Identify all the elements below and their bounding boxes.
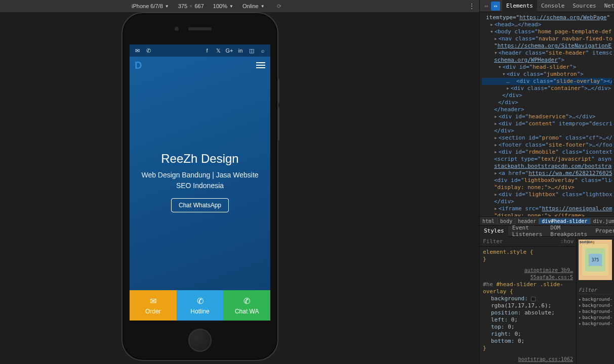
phone-screen: ✉ ✆ f 𝕏 G+ in ◫ ⌕ D ReeZh Design Web Des… [130,44,270,321]
site-logo[interactable]: D [135,60,142,71]
googleplus-icon[interactable]: G+ [227,48,232,53]
envelope-icon[interactable]: ✉ [135,48,140,53]
refresh-icon[interactable]: ⟳ [277,3,281,10]
hero-title: ReeZh Design [161,152,238,166]
site-topbar: ✉ ✆ f 𝕏 G+ in ◫ ⌕ [130,44,270,57]
network-selector[interactable]: Online▼ [242,3,265,9]
phone-icon: ✆ [197,296,203,306]
viewport-size[interactable]: 375 × 667 [178,3,204,9]
dom-tree[interactable]: itemtype="https://schema.org/WebPage" cl… [480,12,614,216]
tab-properties[interactable]: Properties [591,225,614,237]
hotline-label: Hotline [190,308,209,315]
hamburger-icon[interactable] [256,62,265,68]
breadcrumb-item[interactable]: body [498,218,515,224]
device-selector[interactable]: iPhone 6/7/8▼ [132,3,169,9]
cta-button[interactable]: Chat WhatsApp [171,198,229,212]
device-toolbar: iPhone 6/7/8▼ 375 × 667 100%▼ Online▼ ⟳ … [0,0,479,12]
more-options-icon[interactable]: ⋮ [468,2,475,10]
search-icon[interactable]: ⌕ [260,48,265,53]
inspect-icon[interactable]: ▭ [482,2,491,11]
instagram-icon[interactable]: ◫ [249,48,254,53]
order-label: Order [145,308,161,315]
computed-filter[interactable]: Filter [579,286,612,294]
facebook-icon[interactable]: f [204,48,210,53]
order-button[interactable]: ✉ Order [130,290,177,321]
devtools-panel: ▭ ▭ Elements Console Sources Network ite… [479,0,614,364]
tab-network[interactable]: Network [600,0,614,12]
envelope-icon: ✉ [150,296,156,306]
breadcrumb-item[interactable]: html [480,218,498,224]
tab-console[interactable]: Console [537,0,568,12]
chatwa-label: Chat WA [235,308,259,315]
tab-dom-breakpoints[interactable]: DOM Breakpoints [546,225,591,237]
zoom-selector[interactable]: 100%▼ [213,3,233,9]
tab-sources[interactable]: Sources [568,0,600,12]
breadcrumb[interactable]: html body header div#head-slider div.jum… [480,216,614,225]
device-mode-icon[interactable]: ▭ [491,2,500,11]
tab-styles[interactable]: Styles [480,225,508,237]
phone-speaker [188,27,212,30]
breadcrumb-item[interactable]: header [515,218,539,224]
phone-frame: ✉ ✆ f 𝕏 G+ in ◫ ⌕ D ReeZh Design Web Des… [121,12,278,361]
phone-side-button [277,79,279,103]
hotline-button[interactable]: ✆ Hotline [177,290,224,321]
linkedin-icon[interactable]: in [238,48,243,53]
box-model: margin border padding 375 [579,240,612,280]
chatwa-button[interactable]: ✆ Chat WA [223,290,270,321]
styles-filter-input[interactable] [483,238,557,245]
home-button[interactable] [188,329,212,352]
devtools-tabs: ▭ ▭ Elements Console Sources Network [480,0,614,12]
whatsapp-icon: ✆ [243,296,250,306]
tab-event-listeners[interactable]: Event Listeners [508,225,547,237]
phone-camera [175,27,179,31]
computed-list: ▸background-a ▸background-c ▸background-… [579,294,612,327]
bottom-bar: ✉ Order ✆ Hotline ✆ Chat WA [130,290,270,321]
hero-section: ReeZh Design Web Design Bandung | Jasa W… [130,74,270,290]
styles-pane[interactable]: :hov .cls ＋ element.style { } autoptimiz… [480,237,577,364]
phone-side-button [277,107,279,141]
twitter-icon[interactable]: 𝕏 [216,48,221,53]
hero-subtitle: Web Design Bandung | Jasa Website SEO In… [138,170,262,191]
whatsapp-icon[interactable]: ✆ [146,48,151,53]
breadcrumb-item[interactable]: div.jumbotron [591,218,614,224]
tab-elements[interactable]: Elements [502,0,537,12]
site-navbar: D [130,57,270,74]
styles-tabs: Styles Event Listeners DOM Breakpoints P… [480,225,614,237]
breadcrumb-item[interactable]: div#head-slider [539,218,590,224]
computed-pane[interactable]: margin border padding 375 Filter ▸backgr… [577,237,614,364]
hov-toggle[interactable]: :hov [560,238,574,245]
